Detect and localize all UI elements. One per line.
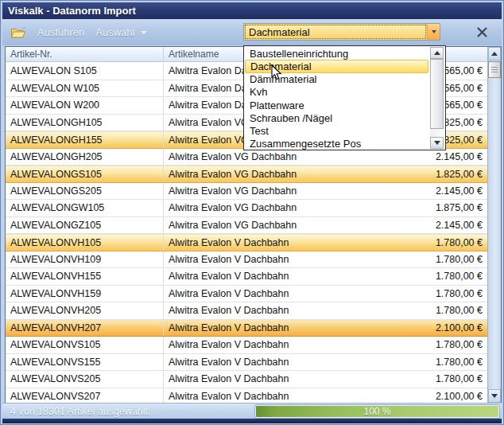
table-row[interactable]: ALWEVALONVH159Alwitra Evalon V Dachbahn1… <box>6 286 487 303</box>
preis-cell: 1.780,00 € <box>391 268 487 285</box>
table-row[interactable]: ALWEVALONVH109Alwitra Evalon V Dachbahn1… <box>6 251 487 269</box>
artikelname-cell: Alwitra Evalon VG Dachbahn <box>164 217 391 234</box>
preis-cell: 1.780,00 € <box>391 354 487 371</box>
preis-cell: 1.875,00 € <box>391 200 487 216</box>
table-row[interactable]: ALWEVALONVS105Alwitra Evalon V Dachbahn1… <box>6 337 487 354</box>
dropdown-item[interactable]: Test <box>245 125 428 138</box>
artikel-nr-cell: ALWEVALONVH207 <box>6 321 164 337</box>
table-row[interactable]: ALWEVALONGS205Alwitra Evalon VG Dachbahn… <box>6 183 487 201</box>
scroll-down-button[interactable] <box>488 389 501 403</box>
scrollbar-thumb[interactable] <box>488 61 501 78</box>
dropdown-scrollbar[interactable] <box>430 47 444 149</box>
ausfuehren-button[interactable]: Ausführen <box>37 26 84 38</box>
auswahl-button[interactable]: Auswahl <box>95 26 147 38</box>
artikel-nr-cell: ALWEVALONGH155 <box>6 132 164 148</box>
category-dropdown-list: BaustelleneinrichtungDachmaterialDämmmat… <box>243 45 446 150</box>
artikel-nr-cell: ALWEVALONGH205 <box>6 149 164 166</box>
chevron-down-icon <box>432 30 436 33</box>
artikelname-cell: Alwitra Evalon VG Dachbahn <box>164 166 391 182</box>
artikelname-cell: Alwitra Evalon V Dachbahn <box>164 302 391 319</box>
scroll-up-button[interactable] <box>488 47 501 60</box>
artikel-nr-cell: ALWEVALONGW105 <box>6 200 164 216</box>
chevron-down-icon <box>141 31 147 34</box>
dropdown-item[interactable]: Plattenware <box>245 99 428 111</box>
artikelname-cell: Alwitra Evalon V Dachbahn <box>164 321 391 337</box>
preis-cell: 2.145,00 € <box>391 217 487 234</box>
artikel-nr-cell: ALWEVALON W105 <box>6 80 164 97</box>
table-row[interactable]: ALWEVALONVH105Alwitra Evalon V Dachbahn1… <box>6 234 487 251</box>
auswahl-label: Auswahl <box>95 26 134 38</box>
preis-cell: 2.145,00 € <box>391 183 487 200</box>
table-row[interactable]: ALWEVALONGS105Alwitra Evalon VG Dachbahn… <box>6 166 487 183</box>
table-row[interactable]: ALWEVALONGH205Alwitra Evalon VG Dachbahn… <box>6 149 487 166</box>
artikel-nr-cell: ALWEVALONVH109 <box>6 251 164 268</box>
arrow-up-icon <box>491 52 498 56</box>
artikel-nr-cell: ALWEVALON W200 <box>6 97 164 114</box>
category-combobox[interactable]: Dachmaterial <box>243 23 440 41</box>
preis-cell: 1.780,00 € <box>391 371 487 388</box>
artikel-nr-cell: ALWEVALONVH159 <box>6 286 164 302</box>
artikelname-cell: Alwitra Evalon V Dachbahn <box>164 337 391 353</box>
artikel-nr-cell: ALWEVALONGS105 <box>6 166 164 182</box>
table-row[interactable]: ALWEVALONVH207Alwitra Evalon V Dachbahn2… <box>6 320 487 337</box>
artikel-nr-cell: ALWEVALONGH105 <box>6 115 164 131</box>
artikel-nr-cell: ALWEVALONVH155 <box>6 268 164 285</box>
artikelname-cell: Alwitra Evalon VG Dachbahn <box>164 149 391 166</box>
artikelname-cell: Alwitra Evalon V Dachbahn <box>164 286 391 302</box>
column-header-artikel-nr[interactable]: Artikel-Nr. <box>6 47 164 61</box>
window-bottom-strip <box>2 419 502 423</box>
open-folder-icon[interactable] <box>10 26 26 39</box>
table-row[interactable]: ALWEVALONVS207Alwitra Evalon V Dachbahn2… <box>6 388 487 404</box>
artikelname-cell: Alwitra Evalon V Dachbahn <box>164 268 391 285</box>
artikel-nr-cell: ALWEVALONVS207 <box>6 388 164 404</box>
preis-cell: 1.780,00 € <box>391 302 487 319</box>
artikel-nr-cell: ALWEVALONVH205 <box>6 302 164 319</box>
table-row[interactable]: ALWEVALONGW105Alwitra Evalon VG Dachbahn… <box>6 200 487 217</box>
table-row[interactable]: ALWEVALONGZ105Alwitra Evalon VG Dachbahn… <box>6 217 487 235</box>
artikel-nr-cell: ALWEVALONGS205 <box>6 183 164 200</box>
table-row[interactable]: ALWEVALONVH205Alwitra Evalon V Dachbahn1… <box>6 302 487 320</box>
preis-cell: 2.145,00 € <box>391 149 487 166</box>
dropdown-scrollbar-thumb[interactable] <box>430 59 444 129</box>
title-bar[interactable]: Viskalk - Datanorm Import <box>2 2 502 19</box>
dropdown-scroll-up-button[interactable] <box>430 47 444 59</box>
table-row[interactable]: ALWEVALONVH155Alwitra Evalon V Dachbahn1… <box>6 268 487 286</box>
progress-bar: 100 % <box>255 405 499 418</box>
table-scrollbar[interactable] <box>487 47 501 403</box>
preis-cell: 1.780,00 € <box>391 251 487 268</box>
preis-cell: 2.100,00 € <box>391 388 487 404</box>
preis-cell: 2.100,00 € <box>391 321 487 337</box>
status-bar: 4 von 18301 Artikel ausgewählt. 100 % <box>2 403 502 419</box>
artikelname-cell: Alwitra Evalon VG Dachbahn <box>164 183 391 200</box>
arrow-up-icon <box>434 51 440 55</box>
category-combobox-value[interactable]: Dachmaterial <box>245 25 426 39</box>
artikelname-cell: Alwitra Evalon V Dachbahn <box>164 388 391 404</box>
artikelname-cell: Alwitra Evalon V Dachbahn <box>164 354 391 371</box>
artikelname-cell: Alwitra Evalon V Dachbahn <box>164 251 391 268</box>
table-row[interactable]: ALWEVALONVS155Alwitra Evalon V Dachbahn1… <box>6 354 487 372</box>
dropdown-item[interactable]: Schrauben /Nägel <box>245 111 428 124</box>
close-icon <box>476 26 488 38</box>
table-row[interactable]: ALWEVALONVS205Alwitra Evalon V Dachbahn1… <box>6 371 487 388</box>
datanorm-import-window: Viskalk - Datanorm Import Ausführen Ausw… <box>0 0 504 425</box>
combobox-drop-button[interactable] <box>427 24 440 40</box>
dropdown-item[interactable]: Zusammengesetzte Pos <box>245 138 428 150</box>
artikel-nr-cell: ALWEVALONVS155 <box>6 354 164 371</box>
mouse-cursor-icon <box>271 64 282 84</box>
arrow-down-icon <box>491 394 498 398</box>
progress-label: 100 % <box>363 406 390 417</box>
preis-cell: 1.780,00 € <box>391 235 487 251</box>
artikelname-cell: Alwitra Evalon V Dachbahn <box>164 371 391 388</box>
preis-cell: 1.780,00 € <box>391 337 487 353</box>
artikelname-cell: Alwitra Evalon VG Dachbahn <box>164 200 391 216</box>
window-title: Viskalk - Datanorm Import <box>8 5 136 17</box>
artikel-nr-cell: ALWEVALONVH105 <box>6 235 164 251</box>
ausfuehren-label: Ausführen <box>37 26 84 38</box>
dropdown-item[interactable]: Baustelleneinrichtung <box>245 47 428 60</box>
preis-cell: 1.780,00 € <box>391 286 487 302</box>
dropdown-item[interactable]: Kvh <box>245 86 428 99</box>
close-button[interactable] <box>473 23 490 41</box>
dropdown-scroll-down-button[interactable] <box>430 137 444 149</box>
arrow-down-icon <box>434 141 440 145</box>
artikel-nr-cell: ALWEVALONVS205 <box>6 371 164 388</box>
